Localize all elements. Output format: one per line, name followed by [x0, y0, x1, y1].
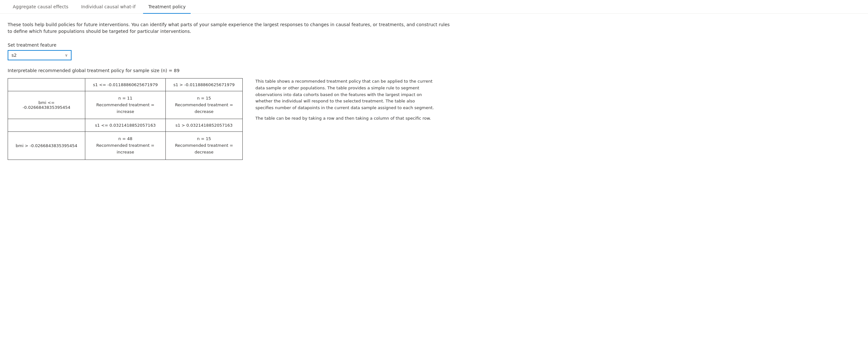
policy-table-container: s1 <= -0.01188860625671979 s1 > -0.01188…: [8, 78, 243, 160]
cell-1-1-n: n = 11: [119, 96, 132, 101]
table-row-header-2: bmi > -0.0266843835395454: [8, 132, 85, 160]
table-row-2: bmi > -0.0266843835395454 n = 48 Recomme…: [8, 132, 243, 160]
table-row-header-1: bmi <= -0.0266843835395454: [8, 91, 85, 119]
cell-1-1-recommendation: Recommended treatment = increase: [96, 102, 155, 114]
sidebar-description: This table shows a recommended treatment…: [255, 78, 434, 122]
chevron-down-icon: ∨: [65, 53, 68, 58]
cell-2-1-n: n = 48: [119, 136, 132, 141]
table-empty-cell-top: [8, 78, 85, 91]
tab-treatment[interactable]: Treatment policy: [143, 0, 191, 14]
cell-2-1-recommendation: Recommended treatment = increase: [96, 143, 155, 154]
table-header-row-2: s1 <= 0.0321418852057163 s1 > 0.03214188…: [8, 119, 243, 132]
policy-table: s1 <= -0.01188860625671979 s1 > -0.01188…: [8, 78, 243, 160]
table-cell-2-1: n = 48 Recommended treatment = increase: [85, 132, 166, 160]
main-content: These tools help build policies for futu…: [0, 14, 868, 168]
table-col-header-2: s1 > -0.01188860625671979: [165, 78, 242, 91]
tab-individual[interactable]: Individual causal what-if: [76, 0, 141, 14]
sample-size: 89: [174, 68, 180, 73]
table-col-header-1: s1 <= -0.01188860625671979: [85, 78, 166, 91]
tab-bar: Aggregate causal effects Individual caus…: [0, 0, 868, 14]
set-treatment-section: Set treatment feature s2 ∨: [8, 42, 860, 60]
table-empty-cell-mid: [8, 119, 85, 132]
tab-aggregate[interactable]: Aggregate causal effects: [8, 0, 73, 14]
set-treatment-label: Set treatment feature: [8, 42, 860, 47]
sidebar-paragraph-1: This table shows a recommended treatment…: [255, 78, 434, 111]
policy-title: Interpretable recommended global treatme…: [8, 68, 860, 73]
cell-2-2-recommendation: Recommended treatment = decrease: [175, 143, 233, 154]
table-cell-2-2: n = 15 Recommended treatment = decrease: [165, 132, 242, 160]
table-row-1: bmi <= -0.0266843835395454 n = 11 Recomm…: [8, 91, 243, 119]
cell-2-2-n: n = 15: [197, 136, 211, 141]
table-col-header-3: s1 <= 0.0321418852057163: [85, 119, 166, 132]
page-description: These tools help build policies for futu…: [8, 22, 455, 35]
table-cell-1-1: n = 11 Recommended treatment = increase: [85, 91, 166, 119]
cell-1-2-n: n = 15: [197, 96, 211, 101]
table-col-header-4: s1 > 0.0321418852057163: [165, 119, 242, 132]
table-header-row-1: s1 <= -0.01188860625671979 s1 > -0.01188…: [8, 78, 243, 91]
policy-title-prefix: Interpretable recommended global treatme…: [8, 68, 174, 73]
treatment-feature-dropdown[interactable]: s2 ∨: [8, 50, 71, 60]
main-layout: s1 <= -0.01188860625671979 s1 > -0.01188…: [8, 78, 860, 160]
sidebar-paragraph-2: The table can be read by taking a row an…: [255, 115, 434, 122]
dropdown-value: s2: [11, 53, 17, 58]
cell-1-2-recommendation: Recommended treatment = decrease: [175, 102, 233, 114]
table-cell-1-2: n = 15 Recommended treatment = decrease: [165, 91, 242, 119]
